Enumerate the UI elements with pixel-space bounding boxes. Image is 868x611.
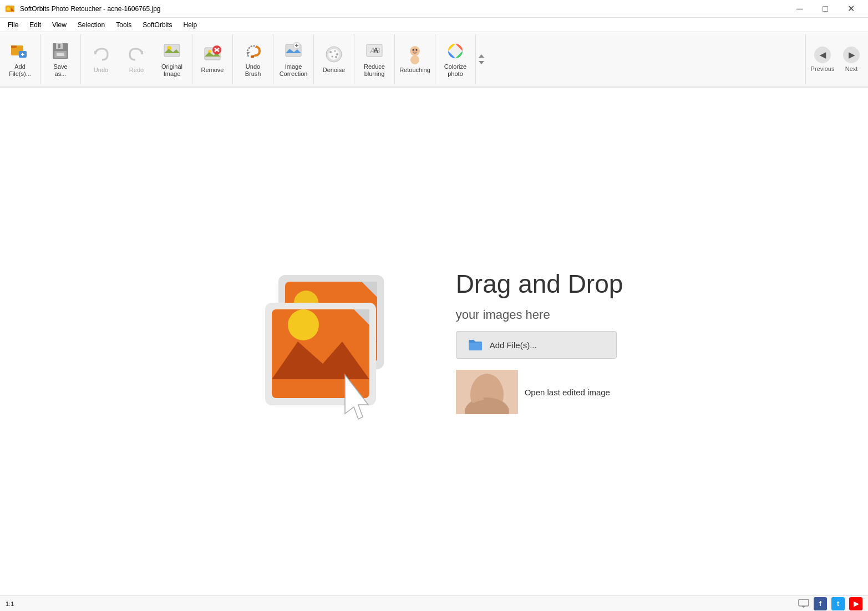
folder-icon bbox=[468, 338, 483, 352]
reduce-blurring-label: Reduceblurring bbox=[364, 63, 385, 78]
close-button[interactable]: ✕ bbox=[838, 0, 864, 18]
svg-marker-43 bbox=[479, 54, 484, 58]
svg-rect-55 bbox=[799, 599, 809, 606]
svg-rect-22 bbox=[251, 55, 254, 58]
colorize-photo-icon bbox=[445, 41, 465, 61]
retouching-label: Retouching bbox=[399, 67, 430, 74]
open-last-edited[interactable]: Open last edited image bbox=[456, 370, 623, 414]
save-as-label: Saveas... bbox=[53, 63, 67, 78]
remove-button[interactable]: Remove bbox=[195, 35, 230, 84]
original-image-button[interactable]: OriginalImage bbox=[154, 35, 190, 84]
drag-drop-subtitle: your images here bbox=[456, 308, 623, 322]
menu-softorbits[interactable]: SoftOrbits bbox=[137, 19, 177, 31]
undo-label: Undo bbox=[94, 67, 108, 74]
add-files-button[interactable]: AddFile(s)... bbox=[2, 35, 38, 84]
svg-point-40 bbox=[416, 49, 418, 51]
svg-point-29 bbox=[329, 51, 332, 53]
zoom-level: 1:1 bbox=[6, 600, 14, 607]
menu-tools[interactable]: Tools bbox=[110, 19, 137, 31]
menu-bar: File Edit View Selection Tools SoftOrbit… bbox=[0, 18, 868, 32]
facebook-icon[interactable]: f bbox=[814, 597, 827, 610]
status-zoom: 1:1 bbox=[6, 600, 14, 607]
denoise-label: Denoise bbox=[323, 67, 345, 74]
remove-icon bbox=[202, 44, 222, 64]
remove-label: Remove bbox=[201, 67, 224, 74]
illustration bbox=[245, 253, 423, 430]
svg-point-1 bbox=[7, 7, 10, 11]
retouching-button[interactable]: Retouching bbox=[397, 35, 433, 84]
original-image-label: OriginalImage bbox=[161, 63, 182, 78]
denoise-button[interactable]: Denoise bbox=[316, 35, 352, 84]
drop-content: Drag and Drop your images here Add File(… bbox=[456, 269, 623, 414]
undo-brush-icon bbox=[243, 41, 263, 61]
retouching-icon bbox=[405, 44, 425, 64]
redo-button[interactable]: Redo bbox=[119, 35, 154, 84]
previous-icon: ◀ bbox=[814, 47, 831, 63]
add-files-drop-button[interactable]: Add File(s)... bbox=[456, 331, 617, 359]
undo-brush-label: UndoBrush bbox=[245, 63, 261, 78]
open-last-edited-label: Open last edited image bbox=[525, 388, 610, 397]
add-files-icon bbox=[10, 41, 30, 61]
denoise-icon bbox=[324, 44, 344, 64]
drag-drop-title: Drag and Drop bbox=[456, 269, 623, 299]
image-correction-icon bbox=[283, 41, 303, 61]
original-image-icon bbox=[162, 41, 182, 61]
toolbar-scroll[interactable] bbox=[476, 34, 487, 84]
next-label: Next bbox=[845, 65, 858, 72]
status-bar: 1:1 f t ▶ bbox=[0, 595, 868, 611]
drop-illustration bbox=[245, 253, 423, 430]
previous-label: Previous bbox=[811, 65, 835, 72]
window-title: SoftOrbits Photo Retoucher - acne-160676… bbox=[20, 5, 161, 13]
svg-rect-11 bbox=[57, 53, 64, 56]
menu-view[interactable]: View bbox=[47, 19, 72, 31]
next-icon: ▶ bbox=[843, 47, 860, 63]
minimize-button[interactable]: ─ bbox=[787, 0, 813, 18]
add-files-label: AddFile(s)... bbox=[9, 63, 31, 78]
maximize-button[interactable]: □ bbox=[813, 0, 838, 18]
colorize-photo-label: Colorizephoto bbox=[444, 63, 466, 78]
svg-point-32 bbox=[332, 56, 333, 58]
monitor-icon bbox=[798, 599, 809, 609]
last-edited-thumbnail bbox=[456, 370, 518, 414]
image-correction-button[interactable]: ImageCorrection bbox=[276, 35, 311, 84]
app-icon bbox=[4, 3, 16, 14]
thumbnail-image bbox=[456, 370, 518, 414]
redo-icon bbox=[126, 44, 146, 64]
svg-rect-3 bbox=[11, 45, 17, 48]
toolbar: AddFile(s)... Saveas... bbox=[0, 32, 868, 88]
window-controls: ─ □ ✕ bbox=[787, 0, 864, 18]
svg-rect-14 bbox=[164, 44, 180, 57]
save-as-button[interactable]: Saveas... bbox=[43, 35, 78, 84]
svg-point-33 bbox=[335, 56, 337, 58]
svg-point-31 bbox=[336, 53, 338, 55]
reduce-blurring-icon: AB A bbox=[364, 41, 384, 61]
youtube-icon[interactable]: ▶ bbox=[849, 597, 862, 610]
title-bar: SoftOrbits Photo Retoucher - acne-160676… bbox=[0, 0, 868, 18]
save-icon bbox=[50, 41, 70, 61]
menu-selection[interactable]: Selection bbox=[72, 19, 110, 31]
previous-button[interactable]: ◀ Previous bbox=[808, 35, 837, 84]
toolbar-nav: ◀ Previous ▶ Next bbox=[805, 34, 868, 84]
menu-file[interactable]: File bbox=[2, 19, 24, 31]
reduce-blurring-button[interactable]: AB A Reduceblurring bbox=[357, 35, 392, 84]
svg-marker-44 bbox=[479, 61, 484, 64]
next-button[interactable]: ▶ Next bbox=[837, 35, 866, 84]
twitter-icon[interactable]: t bbox=[831, 597, 845, 610]
status-social: f t ▶ bbox=[798, 597, 862, 610]
svg-rect-49 bbox=[272, 309, 369, 398]
menu-edit[interactable]: Edit bbox=[24, 19, 47, 31]
drop-zone: Drag and Drop your images here Add File(… bbox=[245, 253, 623, 430]
svg-text:A: A bbox=[373, 46, 379, 54]
svg-point-50 bbox=[288, 309, 319, 340]
redo-label: Redo bbox=[129, 67, 144, 74]
svg-point-39 bbox=[413, 49, 414, 51]
svg-point-30 bbox=[334, 50, 336, 52]
svg-rect-9 bbox=[58, 44, 60, 48]
undo-button[interactable]: Undo bbox=[83, 35, 119, 84]
colorize-photo-button[interactable]: Colorizephoto bbox=[438, 35, 473, 84]
image-correction-label: ImageCorrection bbox=[280, 63, 308, 78]
main-content: Drag and Drop your images here Add File(… bbox=[0, 88, 868, 595]
undo-brush-button[interactable]: UndoBrush bbox=[235, 35, 271, 84]
menu-help[interactable]: Help bbox=[178, 19, 203, 31]
undo-icon bbox=[91, 44, 111, 64]
